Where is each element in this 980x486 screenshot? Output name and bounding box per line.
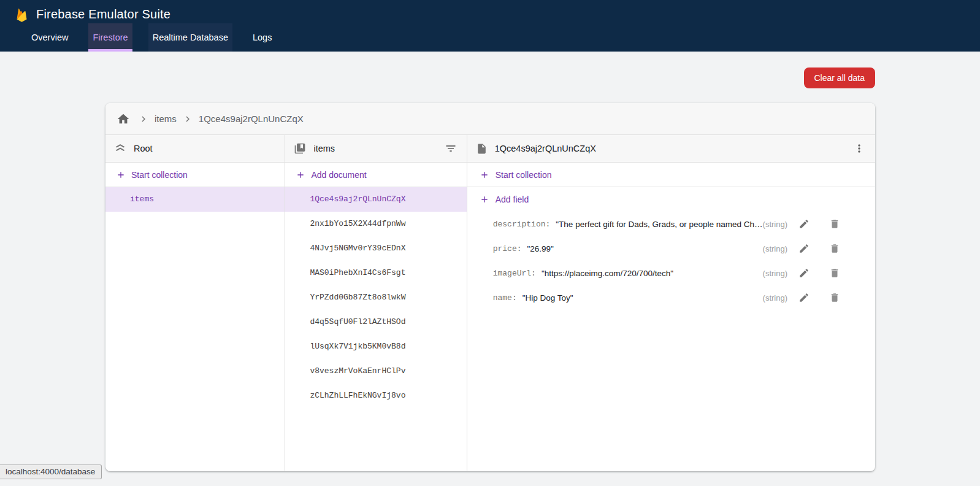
collection-panel-header: items [285, 135, 466, 163]
document-list-item[interactable]: zCLhZhLLFhEkNGvIj8vo [285, 384, 466, 408]
collection-icon [294, 142, 306, 155]
chevron-right-icon [138, 114, 149, 125]
field-name: imageUrl: [493, 269, 536, 278]
document-icon [476, 143, 488, 155]
tab-logs[interactable]: Logs [248, 23, 276, 52]
chevron-right-icon [182, 114, 193, 125]
start-collection-label: Start collection [131, 170, 188, 180]
field-value: "https://placeimg.com/720/700/tech" [542, 269, 673, 278]
plus-icon [480, 195, 489, 204]
field-value: "The perfect gift for Dads, Grads, or pe… [556, 220, 762, 229]
filter-icon[interactable] [443, 141, 458, 156]
field-name: name: [493, 293, 517, 303]
document-list-item[interactable]: YrPZdd0Gb87Zt8o8lwkW [285, 285, 466, 310]
plus-icon [480, 170, 489, 180]
document-list-item[interactable]: lUsqXk7V1jkb5KM0vB8d [285, 334, 466, 359]
doc-start-collection-button[interactable]: Start collection [467, 163, 875, 187]
edit-field-icon[interactable] [797, 291, 811, 304]
brand-row: Firebase Emulator Suite [0, 0, 980, 23]
edit-field-icon[interactable] [797, 217, 811, 231]
collection-list-item[interactable]: items [105, 187, 285, 212]
delete-field-icon[interactable] [828, 217, 841, 231]
home-icon[interactable] [117, 112, 130, 126]
edit-field-icon[interactable] [797, 266, 811, 280]
field-type: (string) [763, 220, 787, 229]
document-panel-title: 1Qce4s9aj2rQLnUnCZqX [495, 144, 596, 153]
document-list-item[interactable]: 1Qce4s9aj2rQLnUnCZqX [285, 187, 466, 212]
delete-field-icon[interactable] [828, 266, 841, 280]
field-type: (string) [763, 244, 787, 253]
start-collection-button[interactable]: Start collection [105, 163, 285, 187]
add-field-label: Add field [496, 195, 529, 204]
breadcrumb: items 1Qce4s9aj2rQLnUnCZqX [105, 103, 875, 135]
document-panel: 1Qce4s9aj2rQLnUnCZqX Start collection Ad… [467, 135, 875, 471]
field-name: price: [493, 244, 522, 253]
collection-panel-title: items [313, 144, 335, 153]
more-options-icon[interactable] [852, 141, 867, 156]
app-title: Firebase Emulator Suite [36, 7, 170, 21]
document-list-item[interactable]: 2nx1bYo15X2X44dfpnWw [285, 212, 466, 236]
add-document-label: Add document [311, 170, 366, 180]
status-url-tooltip: localhost:4000/database [0, 465, 102, 479]
field-type: (string) [763, 269, 787, 278]
document-list-item[interactable]: 4NJvj5NGMv0rY39cEDnX [285, 236, 466, 261]
root-panel: Root Start collection items [105, 135, 285, 471]
plus-icon [296, 170, 305, 180]
tab-overview[interactable]: Overview [27, 23, 72, 52]
add-document-button[interactable]: Add document [285, 163, 466, 187]
document-list-item[interactable]: d4q5SqfU0Fl2lAZtHSOd [285, 310, 466, 334]
collection-panel: items Add document 1Qce4s9aj2rQLnUnCZqX … [285, 135, 467, 471]
firestore-root-icon [114, 142, 126, 155]
breadcrumb-document[interactable]: 1Qce4s9aj2rQLnUnCZqX [199, 114, 304, 124]
tab-firestore[interactable]: Firestore [88, 23, 132, 52]
tab-realtime-database[interactable]: Realtime Database [148, 23, 232, 52]
app-header: Firebase Emulator Suite Overview Firesto… [0, 0, 980, 52]
document-list-item[interactable]: v8veszMrVoKaEnrHClPv [285, 359, 466, 384]
doc-start-collection-label: Start collection [496, 170, 552, 180]
tab-bar: Overview Firestore Realtime Database Log… [0, 23, 980, 52]
root-panel-header: Root [105, 135, 285, 163]
firestore-panels: Root Start collection items items Add do… [105, 135, 875, 471]
firebase-logo-icon [15, 6, 29, 23]
edit-field-icon[interactable] [797, 242, 811, 255]
delete-field-icon[interactable] [828, 242, 841, 255]
field-value: "Hip Dog Toy" [523, 293, 573, 303]
field-row: name: "Hip Dog Toy" (string) [467, 285, 875, 310]
document-list-item[interactable]: MAS0iPhebXnI4Cs6Fsgt [285, 261, 466, 285]
field-row: price: "26.99" (string) [467, 236, 875, 261]
plus-icon [116, 170, 126, 180]
root-panel-title: Root [134, 144, 153, 153]
firestore-card: items 1Qce4s9aj2rQLnUnCZqX Root Start co… [105, 103, 875, 471]
field-value: "26.99" [527, 244, 554, 253]
field-name: description: [493, 220, 551, 229]
document-panel-header: 1Qce4s9aj2rQLnUnCZqX [467, 135, 875, 163]
field-type: (string) [763, 293, 787, 303]
breadcrumb-collection[interactable]: items [155, 114, 177, 124]
field-row: imageUrl: "https://placeimg.com/720/700/… [467, 261, 875, 285]
clear-all-data-button[interactable]: Clear all data [804, 68, 876, 88]
add-field-button[interactable]: Add field [467, 187, 875, 212]
delete-field-icon[interactable] [828, 291, 841, 304]
field-row: description: "The perfect gift for Dads,… [467, 212, 875, 236]
